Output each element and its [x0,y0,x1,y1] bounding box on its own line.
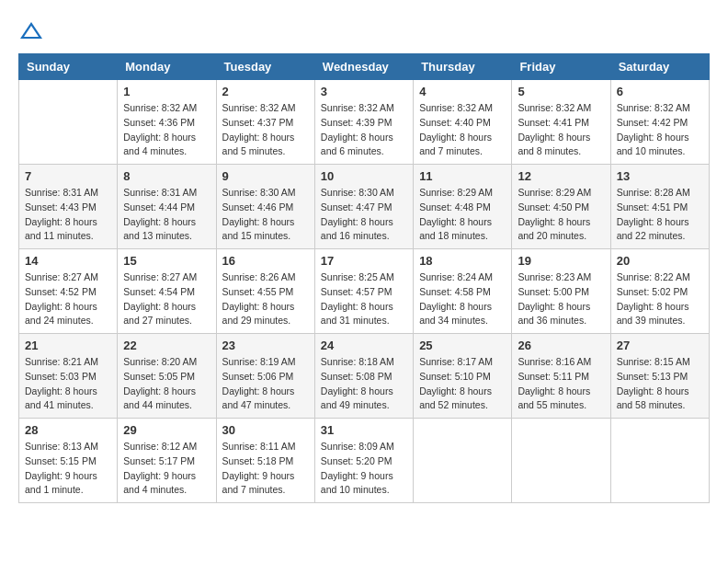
day-info: Sunrise: 8:20 AMSunset: 5:05 PMDaylight:… [123,355,210,413]
day-cell: 12Sunrise: 8:29 AMSunset: 4:50 PMDayligh… [512,165,610,249]
day-info: Sunrise: 8:09 AMSunset: 5:20 PMDaylight:… [321,440,407,498]
day-info: Sunrise: 8:29 AMSunset: 4:50 PMDaylight:… [518,186,604,244]
day-cell: 14Sunrise: 8:27 AMSunset: 4:52 PMDayligh… [19,249,118,334]
day-number: 6 [617,85,703,98]
week-row-1: 1Sunrise: 8:32 AMSunset: 4:36 PMDaylight… [19,80,710,165]
day-cell: 8Sunrise: 8:31 AMSunset: 4:44 PMDaylight… [118,165,216,249]
day-cell: 9Sunrise: 8:30 AMSunset: 4:46 PMDaylight… [216,165,314,249]
col-header-tuesday: Tuesday [216,54,314,80]
day-cell: 3Sunrise: 8:32 AMSunset: 4:39 PMDaylight… [314,80,413,165]
day-number: 26 [518,339,604,352]
day-number: 25 [419,339,506,352]
day-cell: 15Sunrise: 8:27 AMSunset: 4:54 PMDayligh… [118,249,216,334]
day-cell [19,80,118,165]
day-number: 27 [617,339,703,352]
day-number: 31 [321,423,407,437]
day-cell [610,419,709,503]
day-number: 16 [222,254,309,268]
day-cell [512,419,610,503]
day-number: 9 [222,169,309,183]
day-info: Sunrise: 8:32 AMSunset: 4:39 PMDaylight:… [321,101,407,159]
day-info: Sunrise: 8:28 AMSunset: 4:51 PMDaylight:… [617,186,703,244]
day-number: 2 [222,85,309,98]
day-info: Sunrise: 8:13 AMSunset: 5:15 PMDaylight:… [25,440,111,498]
day-number: 23 [222,339,309,352]
day-number: 7 [25,169,111,183]
col-header-wednesday: Wednesday [314,54,413,80]
day-number: 14 [25,254,111,268]
day-info: Sunrise: 8:26 AMSunset: 4:55 PMDaylight:… [222,270,309,328]
day-info: Sunrise: 8:21 AMSunset: 5:03 PMDaylight:… [25,355,111,413]
calendar-header-row: SundayMondayTuesdayWednesdayThursdayFrid… [19,54,710,80]
day-number: 4 [419,85,506,98]
day-info: Sunrise: 8:15 AMSunset: 5:13 PMDaylight:… [617,355,703,413]
week-row-4: 21Sunrise: 8:21 AMSunset: 5:03 PMDayligh… [19,334,710,419]
day-info: Sunrise: 8:23 AMSunset: 5:00 PMDaylight:… [518,270,604,328]
day-info: Sunrise: 8:31 AMSunset: 4:43 PMDaylight:… [25,186,111,244]
day-cell: 13Sunrise: 8:28 AMSunset: 4:51 PMDayligh… [610,165,709,249]
day-info: Sunrise: 8:30 AMSunset: 4:46 PMDaylight:… [222,186,309,244]
day-info: Sunrise: 8:19 AMSunset: 5:06 PMDaylight:… [222,355,309,413]
day-number: 1 [123,85,210,98]
day-info: Sunrise: 8:16 AMSunset: 5:11 PMDaylight:… [518,355,604,413]
day-info: Sunrise: 8:30 AMSunset: 4:47 PMDaylight:… [321,186,407,244]
day-cell: 27Sunrise: 8:15 AMSunset: 5:13 PMDayligh… [610,334,709,419]
logo [18,18,48,44]
day-info: Sunrise: 8:32 AMSunset: 4:40 PMDaylight:… [419,101,506,159]
day-cell: 1Sunrise: 8:32 AMSunset: 4:36 PMDaylight… [118,80,216,165]
day-cell: 6Sunrise: 8:32 AMSunset: 4:42 PMDaylight… [610,80,709,165]
day-cell: 29Sunrise: 8:12 AMSunset: 5:17 PMDayligh… [118,419,216,503]
day-cell: 20Sunrise: 8:22 AMSunset: 5:02 PMDayligh… [610,249,709,334]
col-header-thursday: Thursday [414,54,512,80]
day-number: 18 [419,254,506,268]
day-cell: 11Sunrise: 8:29 AMSunset: 4:48 PMDayligh… [414,165,512,249]
col-header-friday: Friday [512,54,610,80]
day-info: Sunrise: 8:25 AMSunset: 4:57 PMDaylight:… [321,270,407,328]
day-cell: 24Sunrise: 8:18 AMSunset: 5:08 PMDayligh… [314,334,413,419]
day-number: 10 [321,169,407,183]
col-header-monday: Monday [118,54,216,80]
day-number: 5 [518,85,604,98]
day-number: 29 [123,423,210,437]
day-info: Sunrise: 8:32 AMSunset: 4:41 PMDaylight:… [518,101,604,159]
day-cell [414,419,512,503]
day-cell: 19Sunrise: 8:23 AMSunset: 5:00 PMDayligh… [512,249,610,334]
day-cell: 2Sunrise: 8:32 AMSunset: 4:37 PMDaylight… [216,80,314,165]
day-number: 24 [321,339,407,352]
week-row-2: 7Sunrise: 8:31 AMSunset: 4:43 PMDaylight… [19,165,710,249]
day-number: 30 [222,423,309,437]
day-info: Sunrise: 8:32 AMSunset: 4:42 PMDaylight:… [617,101,703,159]
day-cell: 23Sunrise: 8:19 AMSunset: 5:06 PMDayligh… [216,334,314,419]
week-row-3: 14Sunrise: 8:27 AMSunset: 4:52 PMDayligh… [19,249,710,334]
day-info: Sunrise: 8:24 AMSunset: 4:58 PMDaylight:… [419,270,506,328]
day-number: 3 [321,85,407,98]
day-info: Sunrise: 8:18 AMSunset: 5:08 PMDaylight:… [321,355,407,413]
day-info: Sunrise: 8:22 AMSunset: 5:02 PMDaylight:… [617,270,703,328]
day-cell: 31Sunrise: 8:09 AMSunset: 5:20 PMDayligh… [314,419,413,503]
day-cell: 28Sunrise: 8:13 AMSunset: 5:15 PMDayligh… [19,419,118,503]
day-cell: 17Sunrise: 8:25 AMSunset: 4:57 PMDayligh… [314,249,413,334]
day-info: Sunrise: 8:29 AMSunset: 4:48 PMDaylight:… [419,186,506,244]
day-cell: 30Sunrise: 8:11 AMSunset: 5:18 PMDayligh… [216,419,314,503]
col-header-saturday: Saturday [610,54,709,80]
col-header-sunday: Sunday [19,54,118,80]
day-info: Sunrise: 8:31 AMSunset: 4:44 PMDaylight:… [123,186,210,244]
day-info: Sunrise: 8:27 AMSunset: 4:54 PMDaylight:… [123,270,210,328]
day-cell: 5Sunrise: 8:32 AMSunset: 4:41 PMDaylight… [512,80,610,165]
day-cell: 7Sunrise: 8:31 AMSunset: 4:43 PMDaylight… [19,165,118,249]
week-row-5: 28Sunrise: 8:13 AMSunset: 5:15 PMDayligh… [19,419,710,503]
day-number: 20 [617,254,703,268]
day-info: Sunrise: 8:32 AMSunset: 4:37 PMDaylight:… [222,101,309,159]
day-info: Sunrise: 8:32 AMSunset: 4:36 PMDaylight:… [123,101,210,159]
day-number: 12 [518,169,604,183]
day-cell: 16Sunrise: 8:26 AMSunset: 4:55 PMDayligh… [216,249,314,334]
day-number: 21 [25,339,111,352]
day-number: 22 [123,339,210,352]
day-cell: 25Sunrise: 8:17 AMSunset: 5:10 PMDayligh… [414,334,512,419]
day-cell: 4Sunrise: 8:32 AMSunset: 4:40 PMDaylight… [414,80,512,165]
day-number: 15 [123,254,210,268]
day-cell: 26Sunrise: 8:16 AMSunset: 5:11 PMDayligh… [512,334,610,419]
day-cell: 22Sunrise: 8:20 AMSunset: 5:05 PMDayligh… [118,334,216,419]
day-cell: 21Sunrise: 8:21 AMSunset: 5:03 PMDayligh… [19,334,118,419]
day-info: Sunrise: 8:11 AMSunset: 5:18 PMDaylight:… [222,440,309,498]
